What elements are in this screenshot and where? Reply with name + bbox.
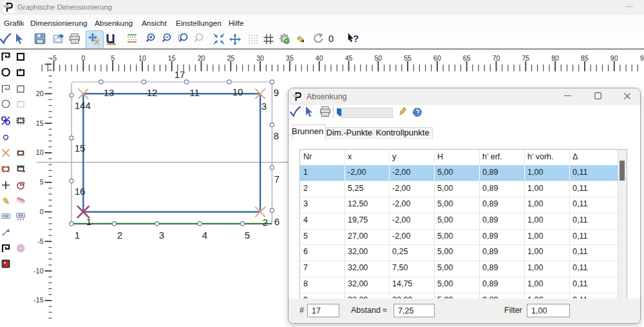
svg-text:80: 80 — [551, 54, 559, 62]
svg-text:0: 0 — [81, 54, 85, 62]
svg-text:4: 4 — [202, 230, 207, 241]
svg-text:6: 6 — [274, 216, 279, 227]
svg-text:25: 25 — [227, 54, 234, 62]
svg-text:13: 13 — [104, 87, 115, 98]
svg-text:85: 85 — [581, 54, 589, 62]
svg-text:9: 9 — [274, 87, 279, 98]
svg-text:-5: -5 — [37, 237, 43, 245]
svg-text:30: 30 — [256, 54, 264, 62]
svg-text:11: 11 — [189, 87, 200, 98]
svg-text:4: 4 — [85, 100, 90, 111]
svg-text:40: 40 — [316, 54, 323, 62]
svg-text:70: 70 — [493, 54, 500, 62]
svg-text:15: 15 — [75, 143, 86, 154]
svg-text:5: 5 — [245, 230, 250, 241]
svg-text:95: 95 — [640, 54, 644, 62]
svg-text:5: 5 — [111, 54, 115, 62]
svg-text:0: 0 — [40, 208, 44, 215]
svg-text:10: 10 — [36, 148, 44, 156]
svg-text:17: 17 — [175, 69, 185, 80]
svg-text:5: 5 — [40, 178, 44, 186]
svg-text:60: 60 — [433, 54, 441, 62]
svg-text:KM: KM — [18, 213, 23, 217]
svg-text:1: 1 — [75, 230, 80, 241]
svg-text:15: 15 — [36, 119, 44, 127]
svg-text:15: 15 — [168, 54, 176, 62]
svg-text:90: 90 — [611, 54, 618, 62]
svg-text:55: 55 — [404, 54, 412, 62]
svg-text:-15: -15 — [33, 296, 43, 304]
svg-text:-10: -10 — [33, 267, 43, 275]
svg-text:20: 20 — [198, 54, 205, 62]
svg-text:12: 12 — [147, 87, 158, 98]
svg-text:10: 10 — [138, 54, 146, 62]
svg-text:1: 1 — [86, 216, 91, 227]
svg-text:2: 2 — [263, 217, 268, 228]
svg-text:14: 14 — [75, 100, 86, 111]
svg-text:75: 75 — [522, 54, 529, 62]
svg-text:20: 20 — [36, 90, 44, 97]
svg-text:2: 2 — [117, 230, 122, 241]
svg-text:45: 45 — [345, 54, 353, 62]
svg-text:16: 16 — [75, 186, 86, 197]
svg-text:3: 3 — [261, 101, 267, 112]
svg-text:8: 8 — [274, 130, 279, 141]
svg-text:KM: KM — [3, 214, 8, 218]
svg-text:50: 50 — [374, 54, 382, 62]
svg-text:10: 10 — [232, 86, 243, 97]
svg-text:7: 7 — [274, 173, 279, 184]
svg-text:35: 35 — [286, 54, 294, 62]
svg-text:65: 65 — [463, 54, 471, 62]
svg-text:3: 3 — [159, 230, 164, 241]
